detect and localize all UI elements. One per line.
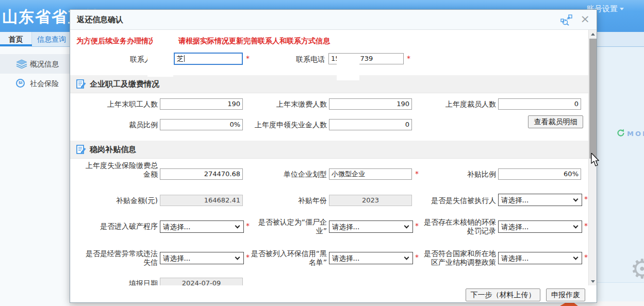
subsidy-ratio-input[interactable]: 60%	[498, 168, 581, 180]
more-label: MORE	[627, 130, 644, 138]
required-asterisk: *	[584, 253, 588, 261]
industry-policy-label: 是否符合国家和所在地区产业结构调整政策	[418, 249, 496, 267]
contact-name-input[interactable]: 芝	[174, 53, 243, 65]
enterprise-type-label: 单位企业划型	[249, 170, 327, 179]
env-penalty-label: 是否存在未核销的环保处罚记录	[418, 218, 496, 235]
section-header-subsidy: 稳岗补贴信息	[70, 141, 588, 159]
enterprise-type-input[interactable]: 小微型企业	[329, 168, 412, 180]
staff-count-input[interactable]: 190	[160, 98, 243, 110]
refresh-icon	[617, 129, 625, 137]
staff-count-label: 上年末职工人数	[79, 100, 158, 109]
chevron-down-icon	[235, 255, 240, 260]
subsidy-year-label: 补贴年份	[249, 196, 327, 205]
bankruptcy-select[interactable]: 请选择...	[160, 220, 244, 233]
chevron-down-icon	[573, 224, 579, 229]
unemployment-claims-label: 上年度申领失业金人数	[249, 121, 327, 129]
contact-phone-label: 联系电话	[254, 55, 325, 64]
layoff-ratio-label: 裁员比例	[79, 121, 158, 129]
notice-text-1: 为方便后续业务办理情况	[76, 37, 156, 46]
required-asterisk: *	[584, 195, 588, 203]
background-panel-lower	[597, 282, 644, 301]
chevron-down-icon	[235, 224, 240, 229]
dialog-title: 返还信息确认	[77, 10, 123, 30]
required-asterisk: *	[407, 54, 410, 62]
chevron-down-icon	[573, 197, 579, 202]
background-panel	[597, 47, 644, 282]
unemployment-claims-input[interactable]: 0	[329, 119, 412, 130]
dialog-footer: 下一步（材料上传） 申报作废	[70, 285, 588, 302]
close-icon[interactable]: ×	[581, 12, 590, 25]
sidebar-item-overview[interactable]: 概况信息	[0, 54, 70, 74]
section-header-employee: 企业职工及缴费情况	[70, 75, 588, 93]
gear-icon: ⚙	[630, 253, 644, 284]
void-declaration-button[interactable]: 申报作废	[546, 288, 585, 301]
dialog-body: 为方便后续业务办理情况 请根据实际情况更新完善联系人和联系方式信息 联系人 芝 …	[70, 30, 588, 285]
chevron-down-icon	[620, 8, 624, 10]
tab-info-query[interactable]: 信息查询	[33, 32, 70, 47]
subsidy-year-input: 2023	[329, 195, 412, 206]
scrollbar-thumb[interactable]	[589, 39, 597, 159]
redaction-patch-phone	[337, 54, 359, 80]
mouse-cursor	[591, 153, 600, 168]
zombie-enterprise-select[interactable]: 请选择...	[329, 220, 413, 233]
paid-count-input[interactable]: 190	[329, 98, 412, 110]
scroll-up-arrow[interactable]	[589, 30, 597, 38]
sidebar: 概况信息 SI 社会保险	[0, 47, 70, 306]
view-layoff-detail-button[interactable]: 查看裁员明细	[528, 115, 583, 128]
dishonest-executee-select[interactable]: 请选择...	[498, 194, 582, 206]
layoff-ratio-input[interactable]: 0%	[160, 119, 243, 130]
required-asterisk: *	[584, 222, 588, 230]
next-step-button[interactable]: 下一步（材料上传）	[466, 288, 540, 301]
industry-policy-select[interactable]: 请选择...	[498, 252, 582, 264]
sidebar-item-social-insurance-label: 社会保险	[30, 79, 59, 89]
redaction-patch-notice	[153, 35, 177, 48]
zombie-enterprise-label: 是否被认定为“僵尸企业”	[249, 218, 327, 235]
chevron-down-icon	[573, 255, 579, 260]
chevron-down-icon	[404, 255, 409, 260]
abnormal-operation-select[interactable]: 请选择...	[160, 252, 244, 264]
env-blacklist-select[interactable]: 请选择...	[329, 252, 413, 264]
dialog-header: 返还信息确认 ×	[70, 10, 597, 30]
redaction-patch-name	[147, 53, 173, 77]
layoff-count-input[interactable]: 0	[498, 98, 581, 110]
edit-section-icon	[76, 79, 86, 89]
chevron-down-icon	[404, 224, 409, 229]
env-blacklist-label: 是否被列入环保信用“黑名单”	[249, 249, 327, 267]
text-caret	[184, 55, 185, 62]
subsidy-ratio-label: 补贴比例	[418, 170, 496, 179]
more-link[interactable]: MORE	[617, 129, 625, 139]
layoff-count-label: 上年度裁员人数	[418, 100, 496, 109]
sidebar-item-overview-label: 概况信息	[30, 60, 59, 69]
layers-icon	[15, 59, 28, 69]
paid-count-label: 上年末缴费人数	[249, 100, 327, 109]
sidebar-item-social-insurance[interactable]: SI 社会保险	[0, 74, 70, 93]
tab-home-active-underline	[0, 44, 32, 46]
background-strip-right	[597, 301, 644, 306]
total-premium-input[interactable]: 274470.68	[160, 168, 243, 180]
bankruptcy-label: 是否进入破产程序	[79, 222, 158, 231]
subsidy-amount-label: 补贴金额(元)	[79, 196, 158, 205]
fill-date-input: 2024-07-09	[160, 278, 243, 285]
env-penalty-select[interactable]: 请选择...	[498, 220, 582, 233]
section-title-subsidy: 稳岗补贴信息	[90, 141, 136, 159]
scroll-down-arrow[interactable]	[589, 277, 597, 285]
abnormal-operation-label: 是否是经营异常或违法失信	[79, 249, 158, 267]
contact-name-label: 联系人	[80, 55, 152, 64]
subsidy-amount-input: 164682.41	[160, 195, 243, 206]
si-badge-icon: SI	[16, 79, 25, 88]
total-premium-label: 上年度失业保险缴费总金额	[79, 161, 158, 179]
fill-date-label: 填报日期	[79, 279, 158, 285]
return-info-confirm-dialog: 返还信息确认 × 为方便后续业务办理情况 请根据实际情况更新完善联系人和联系方式…	[70, 9, 597, 303]
page: 山东省省直社 账号设置 首页 信息查询 概况信息 SI 社会保险 MORE ⚙	[0, 0, 644, 306]
resize-zoom-icon[interactable]	[560, 14, 573, 26]
notice-text-2: 请根据实际情况更新完善联系人和联系方式信息	[178, 37, 330, 46]
dishonest-executee-label: 是否是失信被执行人	[418, 196, 496, 205]
edit-section-icon	[76, 145, 86, 155]
required-asterisk: *	[246, 54, 250, 62]
section-title-employee: 企业职工及缴费情况	[90, 75, 159, 93]
background-strip-bottom	[70, 303, 597, 306]
